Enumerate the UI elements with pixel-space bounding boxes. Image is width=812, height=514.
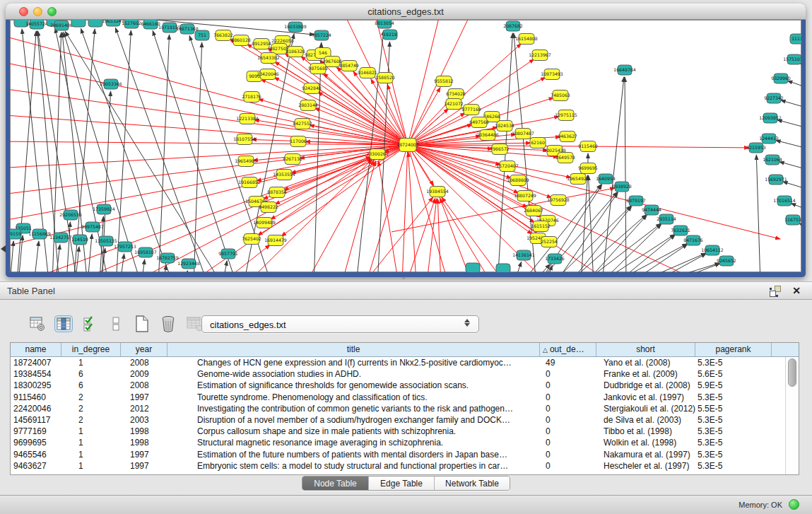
- graph-edge[interactable]: [787, 81, 801, 90]
- graph-node-label: 2718176: [242, 94, 261, 99]
- graph-edge[interactable]: [184, 271, 187, 272]
- float-panel-icon[interactable]: [770, 286, 781, 297]
- graph-edge[interactable]: [379, 161, 399, 272]
- graph-edge[interactable]: [777, 120, 801, 130]
- graph-edge[interactable]: [402, 145, 408, 272]
- table-row[interactable]: 2242004622012Investigating the contribut…: [11, 403, 799, 414]
- graph-edge[interactable]: [81, 28, 172, 272]
- graph-edge[interactable]: [781, 100, 801, 110]
- graph-edge[interactable]: [153, 30, 236, 272]
- graph-edge[interactable]: [584, 215, 647, 272]
- graph-node-label: 23300263: [366, 151, 389, 156]
- graph-edge[interactable]: [756, 155, 760, 272]
- graph-edge[interactable]: [34, 241, 39, 272]
- table-cell: 0: [540, 414, 596, 426]
- graph-edge[interactable]: [427, 199, 437, 272]
- graph-edge[interactable]: [158, 35, 170, 272]
- graph-edge[interactable]: [581, 175, 587, 272]
- tab-network-table[interactable]: Network Table: [435, 477, 510, 490]
- graph-node-label: 114519: [71, 237, 88, 242]
- network-canvas[interactable]: 1405572420691406106532471527602646616010…: [10, 20, 801, 272]
- table-cell: 2: [61, 414, 121, 426]
- graph-edge[interactable]: [791, 204, 801, 213]
- graph-node-label: 16033809: [284, 24, 307, 29]
- tab-edge-table[interactable]: Edge Table: [369, 477, 435, 490]
- graph-edge[interactable]: [10, 241, 13, 272]
- graph-edge[interactable]: [243, 159, 372, 272]
- table-row[interactable]: 969969511998Structural magnetic resonanc…: [11, 437, 799, 448]
- table-row[interactable]: 946554611997Estimation of the future num…: [11, 449, 799, 460]
- table-row[interactable]: 911546021997Tourette syndrome. Phenomeno…: [11, 392, 799, 403]
- graph-edge[interactable]: [222, 261, 227, 272]
- graph-edge[interactable]: [799, 223, 801, 232]
- graph-edge[interactable]: [596, 234, 675, 272]
- graph-edge[interactable]: [779, 162, 801, 172]
- show-columns-icon[interactable]: [54, 315, 73, 333]
- graph-edge[interactable]: [406, 198, 435, 272]
- graph-node-label: 8813054: [375, 21, 394, 25]
- graph-edge[interactable]: [659, 264, 720, 272]
- select-all-icon[interactable]: [81, 315, 99, 333]
- column-header-short[interactable]: short: [596, 343, 695, 356]
- graph-edge[interactable]: [582, 223, 661, 272]
- graph-node-label: 15692971: [765, 177, 787, 182]
- graph-edge[interactable]: [55, 245, 60, 272]
- column-header-title[interactable]: title: [167, 343, 540, 356]
- graph-edge[interactable]: [588, 175, 594, 272]
- graph-edge[interactable]: [318, 92, 408, 145]
- table-row[interactable]: 1830029562008Estimation of significance …: [11, 380, 799, 391]
- graph-node[interactable]: [496, 264, 510, 272]
- graph-edge[interactable]: [599, 224, 661, 272]
- graph-node-label: 9146821: [358, 70, 377, 75]
- graph-node-label: 9857791: [218, 251, 238, 256]
- graph-edge[interactable]: [776, 140, 801, 151]
- table-cell: Investigating the contribution of common…: [167, 403, 540, 414]
- scrollbar-thumb[interactable]: [788, 358, 796, 387]
- graph-edge[interactable]: [10, 115, 408, 145]
- memory-status-dot[interactable]: [789, 499, 799, 510]
- clear-selection-icon[interactable]: [107, 315, 125, 333]
- vertical-scrollbar[interactable]: [785, 357, 799, 474]
- graph-node-label: 1421072: [444, 101, 464, 106]
- graph-node[interactable]: [466, 263, 480, 272]
- table-cell: Genome-wide association studies in ADHD.: [167, 368, 540, 380]
- graph-node[interactable]: [71, 20, 86, 27]
- table-cell: 9115460: [11, 392, 61, 403]
- table-row[interactable]: 977716911998Corpus callosum shape and si…: [11, 426, 799, 437]
- graph-node[interactable]: [88, 20, 102, 27]
- column-header-out-degree[interactable]: △out_de…: [540, 343, 596, 356]
- table-row[interactable]: 1872400712008Changes of HCN gene express…: [11, 357, 799, 368]
- column-header-year[interactable]: year: [121, 343, 167, 356]
- column-header-name[interactable]: name: [11, 343, 61, 356]
- new-document-icon[interactable]: [133, 315, 151, 333]
- tab-node-table[interactable]: Node Table: [302, 477, 369, 490]
- panel-collapse-arrow-icon[interactable]: [1, 245, 6, 252]
- table-cell: Tourette syndrome. Phenomenology and cla…: [167, 392, 540, 403]
- table-row[interactable]: 1456911722003Disruption of a novel membe…: [11, 414, 799, 426]
- graph-edge[interactable]: [408, 145, 448, 272]
- graph-edge[interactable]: [513, 262, 522, 272]
- graph-edge[interactable]: [645, 254, 706, 272]
- network-window-titlebar[interactable]: citations_edges.txt: [6, 4, 806, 20]
- graph-edge[interactable]: [608, 244, 687, 272]
- graph-edge[interactable]: [800, 63, 801, 73]
- graph-edge[interactable]: [625, 77, 626, 272]
- graph-edge[interactable]: [437, 199, 441, 272]
- graph-node-label: 117006: [290, 139, 307, 144]
- graph-edge[interactable]: [440, 198, 473, 272]
- table-mode-icon[interactable]: [28, 315, 47, 333]
- graph-edge[interactable]: [314, 42, 322, 272]
- graph-edge[interactable]: [141, 259, 145, 272]
- table-row[interactable]: 1938455462009Genome-wide association stu…: [11, 368, 799, 380]
- table-select-dropdown[interactable]: citations_edges.txt: [201, 315, 479, 333]
- table-row[interactable]: 946362711997Embryonic stem cells: a mode…: [11, 460, 799, 472]
- network-canvas-frame: 1405572420691406106532471527602646616010…: [10, 20, 801, 272]
- graph-edge[interactable]: [342, 20, 408, 145]
- column-header-pagerank[interactable]: pagerank: [695, 343, 772, 356]
- close-panel-icon[interactable]: ✕: [792, 285, 801, 296]
- graph-edge[interactable]: [783, 182, 801, 192]
- graph-edge[interactable]: [442, 197, 505, 272]
- delete-table-trash-icon[interactable]: [159, 315, 177, 333]
- graph-edge[interactable]: [88, 234, 92, 272]
- column-header-in-degree[interactable]: in_degree: [61, 343, 121, 356]
